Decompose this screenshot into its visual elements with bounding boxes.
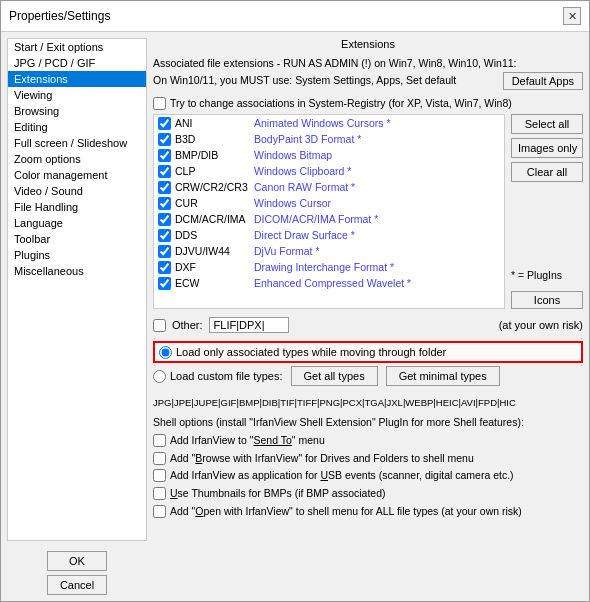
plugin-note: * = PlugIns — [511, 265, 583, 281]
ext-checkbox-ecw[interactable] — [158, 277, 171, 290]
ext-checkbox-cur[interactable] — [158, 197, 171, 210]
ext-list-container: ANI Animated Windows Cursors * B3D BodyP… — [153, 114, 505, 309]
ext-desc-bmp: Windows Bitmap — [254, 149, 332, 161]
side-buttons: Select all Images only Clear all * = Plu… — [511, 114, 583, 309]
icons-button[interactable]: Icons — [511, 291, 583, 309]
shell-checkbox-5[interactable] — [153, 505, 166, 518]
ext-desc-ani: Animated Windows Cursors * — [254, 117, 391, 129]
other-risk: (at your own risk) — [499, 319, 583, 331]
ext-name-cur: CUR — [175, 197, 250, 209]
other-line: Other: (at your own risk) — [153, 317, 583, 333]
nav-item-extensions[interactable]: Extensions — [8, 71, 146, 87]
clear-all-button[interactable]: Clear all — [511, 162, 583, 182]
shell-checkbox-3[interactable] — [153, 469, 166, 482]
shell-checkbox-1[interactable] — [153, 434, 166, 447]
title-bar: Properties/Settings ✕ — [1, 1, 589, 32]
radio-load-assoc[interactable] — [159, 346, 172, 359]
win10-line: On Win10/11, you MUST use: System Settin… — [153, 72, 583, 90]
radio-section: Load only associated types while moving … — [153, 341, 583, 386]
ext-name-dds: DDS — [175, 229, 250, 241]
ext-desc-cur: Windows Cursor — [254, 197, 331, 209]
left-buttons: OK Cancel — [7, 551, 147, 595]
ok-button[interactable]: OK — [47, 551, 107, 571]
shell-option-3: Add IrfanView as application for USB eve… — [153, 468, 583, 483]
ext-row-cur: CUR Windows Cursor — [154, 195, 504, 211]
ext-name-ecw: ECW — [175, 277, 250, 289]
ext-checkbox-dcm[interactable] — [158, 213, 171, 226]
ext-desc-b3d: BodyPaint 3D Format * — [254, 133, 361, 145]
images-only-button[interactable]: Images only — [511, 138, 583, 158]
ext-row-djvu: DJVU/IW44 DjVu Format * — [154, 243, 504, 259]
shell-option-5: Add "Open with IrfanView" to shell menu … — [153, 504, 583, 519]
nav-item-file-handling[interactable]: File Handling — [8, 199, 146, 215]
nav-item-editing[interactable]: Editing — [8, 119, 146, 135]
panel-title: Extensions — [153, 38, 583, 50]
shell-checkbox-4[interactable] — [153, 487, 166, 500]
nav-item-toolbar[interactable]: Toolbar — [8, 231, 146, 247]
ext-desc-crw: Canon RAW Format * — [254, 181, 355, 193]
ext-name-clp: CLP — [175, 165, 250, 177]
window-title: Properties/Settings — [9, 9, 110, 23]
other-input[interactable] — [209, 317, 289, 333]
registry-checkbox[interactable] — [153, 97, 166, 110]
ext-name-crw: CRW/CR2/CR3 — [175, 181, 250, 193]
radio-load-custom[interactable] — [153, 370, 166, 383]
file-types-line: JPG|JPE|JUPE|GIF|BMP|DIB|TIF|TIFF|PNG|PC… — [153, 397, 583, 409]
ext-checkbox-djvu[interactable] — [158, 245, 171, 258]
radio-load-custom-label: Load custom file types: — [170, 370, 283, 382]
nav-item-jpg-pcd[interactable]: JPG / PCD / GIF — [8, 55, 146, 71]
radio-load-assoc-label: Load only associated types while moving … — [176, 346, 446, 358]
shell-label-4: Use Thumbnails for BMPs (if BMP associat… — [170, 486, 386, 501]
ext-checkbox-ani[interactable] — [158, 117, 171, 130]
ext-checkbox-bmp[interactable] — [158, 149, 171, 162]
nav-item-viewing[interactable]: Viewing — [8, 87, 146, 103]
nav-item-misc[interactable]: Miscellaneous — [8, 263, 146, 279]
ext-area: ANI Animated Windows Cursors * B3D BodyP… — [153, 114, 583, 309]
left-panel: Start / Exit options JPG / PCD / GIF Ext… — [7, 38, 147, 595]
nav-list: Start / Exit options JPG / PCD / GIF Ext… — [7, 38, 147, 541]
ext-desc-clp: Windows Clipboard * — [254, 165, 351, 177]
info-text: Associated file extensions - RUN AS ADMI… — [153, 56, 583, 92]
get-minimal-types-button[interactable]: Get minimal types — [386, 366, 500, 386]
nav-item-browsing[interactable]: Browsing — [8, 103, 146, 119]
other-checkbox[interactable] — [153, 319, 166, 332]
nav-item-start-exit[interactable]: Start / Exit options — [8, 39, 146, 55]
ext-checkbox-dxf[interactable] — [158, 261, 171, 274]
ext-desc-ecw: Enhanced Compressed Wavelet * — [254, 277, 411, 289]
default-apps-button[interactable]: Default Apps — [503, 72, 583, 90]
nav-item-zoom[interactable]: Zoom options — [8, 151, 146, 167]
ext-desc-dds: Direct Draw Surface * — [254, 229, 355, 241]
ext-name-djvu: DJVU/IW44 — [175, 245, 250, 257]
shell-label-5: Add "Open with IrfanView" to shell menu … — [170, 504, 522, 519]
ext-checkbox-dds[interactable] — [158, 229, 171, 242]
ext-row-clp: CLP Windows Clipboard * — [154, 163, 504, 179]
shell-label-1: Add IrfanView to "Send To" menu — [170, 433, 325, 448]
assoc-line: Associated file extensions - RUN AS ADMI… — [153, 56, 583, 72]
other-label: Other: — [172, 319, 203, 331]
cancel-button[interactable]: Cancel — [47, 575, 107, 595]
shell-section: Shell options (install "IrfanView Shell … — [153, 416, 583, 518]
select-all-button[interactable]: Select all — [511, 114, 583, 134]
ext-checkbox-clp[interactable] — [158, 165, 171, 178]
nav-item-language[interactable]: Language — [8, 215, 146, 231]
right-panel: Extensions Associated file extensions - … — [153, 38, 583, 595]
win10-text: On Win10/11, you MUST use: System Settin… — [153, 73, 456, 89]
get-all-types-button[interactable]: Get all types — [291, 366, 378, 386]
nav-item-plugins[interactable]: Plugins — [8, 247, 146, 263]
nav-item-fullscreen[interactable]: Full screen / Slideshow — [8, 135, 146, 151]
ext-name-dxf: DXF — [175, 261, 250, 273]
shell-checkbox-2[interactable] — [153, 452, 166, 465]
ext-checkbox-crw[interactable] — [158, 181, 171, 194]
ext-checkbox-b3d[interactable] — [158, 133, 171, 146]
registry-label: Try to change associations in System-Reg… — [170, 97, 512, 109]
radio-load-custom-line: Load custom file types: Get all types Ge… — [153, 366, 583, 386]
ext-name-bmp: BMP/DIB — [175, 149, 250, 161]
ext-name-b3d: B3D — [175, 133, 250, 145]
shell-label-2: Add "Browse with IrfanView" for Drives a… — [170, 451, 474, 466]
close-button[interactable]: ✕ — [563, 7, 581, 25]
ext-row-dds: DDS Direct Draw Surface * — [154, 227, 504, 243]
nav-item-color[interactable]: Color management — [8, 167, 146, 183]
registry-checkbox-line: Try to change associations in System-Reg… — [153, 96, 583, 110]
nav-item-video[interactable]: Video / Sound — [8, 183, 146, 199]
shell-option-1: Add IrfanView to "Send To" menu — [153, 433, 583, 448]
